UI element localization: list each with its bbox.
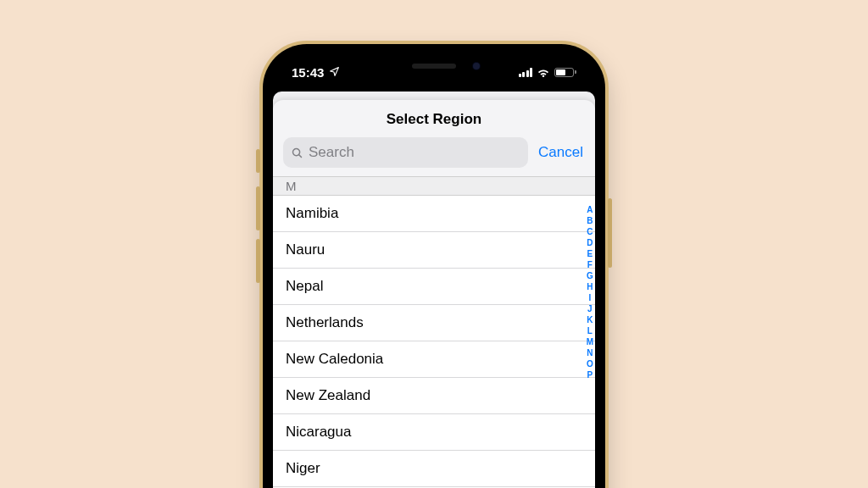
index-letter[interactable]: O — [587, 358, 593, 369]
index-letter[interactable]: K — [587, 314, 593, 325]
index-letter[interactable]: A — [587, 204, 593, 215]
index-letter[interactable]: C — [587, 226, 593, 237]
svg-line-1 — [299, 154, 302, 157]
list-item[interactable]: Netherlands — [273, 305, 595, 341]
list-item[interactable]: Namibia — [273, 196, 595, 232]
list-item[interactable]: Nicaragua — [273, 414, 595, 451]
index-letter[interactable]: L — [587, 325, 593, 336]
section-header-letter: M — [273, 176, 595, 196]
list-item[interactable]: New Caledonia — [273, 341, 595, 378]
screen: 15:43 — [273, 54, 595, 488]
index-letter[interactable]: G — [587, 270, 593, 281]
list-item[interactable]: Niger — [273, 451, 595, 487]
volume-down-button — [256, 239, 260, 283]
list-item[interactable]: Nepal — [273, 269, 595, 305]
index-letter[interactable]: J — [587, 303, 593, 314]
alphabet-index[interactable]: A B C D E F G H I J K L M N O P — [587, 204, 593, 380]
notch — [353, 54, 515, 78]
cancel-button[interactable]: Cancel — [537, 144, 585, 161]
index-letter[interactable]: N — [587, 347, 593, 358]
clock-label: 15:43 — [292, 65, 324, 80]
search-icon — [291, 147, 303, 159]
index-letter[interactable]: D — [587, 237, 593, 248]
speaker-grille — [412, 64, 456, 69]
index-letter[interactable]: F — [587, 259, 593, 270]
sheet-title: Select Region — [273, 100, 595, 137]
volume-up-button — [256, 186, 260, 230]
search-row: Cancel — [273, 137, 595, 176]
search-input[interactable] — [309, 144, 520, 161]
wifi-icon — [537, 65, 550, 80]
index-letter[interactable]: H — [587, 281, 593, 292]
region-list[interactable]: Namibia Nauru Nepal Netherlands New Cale… — [273, 196, 595, 488]
index-letter[interactable]: I — [588, 292, 591, 303]
location-icon — [329, 65, 340, 80]
mute-switch — [256, 149, 260, 173]
search-box[interactable] — [283, 137, 528, 168]
cellular-signal-icon — [519, 68, 533, 77]
list-item[interactable]: Nauru — [273, 232, 595, 269]
index-letter[interactable]: B — [587, 215, 593, 226]
phone-frame: 15:43 — [259, 41, 609, 488]
region-picker-sheet: Select Region Cancel M Namibia Nauru — [273, 100, 595, 488]
index-letter[interactable]: E — [587, 248, 593, 259]
index-letter[interactable]: M — [587, 336, 593, 347]
side-button — [608, 198, 612, 268]
index-letter[interactable]: P — [587, 369, 593, 380]
battery-icon — [554, 68, 576, 77]
front-camera — [473, 63, 480, 69]
list-item[interactable]: New Zealand — [273, 378, 595, 414]
